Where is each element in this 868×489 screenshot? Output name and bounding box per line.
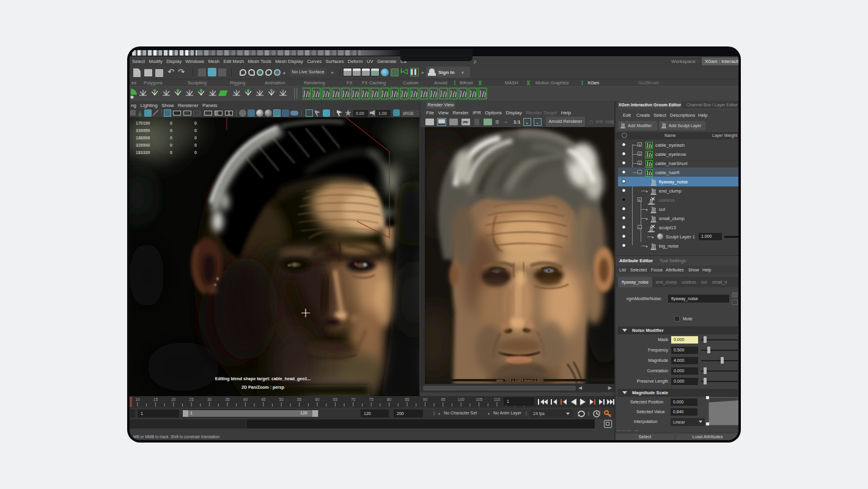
svg-text:Editing blend shape target: ca: Editing blend shape target: cable_head_g…: [215, 377, 311, 381]
svg-text:50: 50: [279, 397, 284, 402]
svg-text:15: 15: [153, 397, 158, 402]
svg-text:85: 85: [405, 397, 410, 402]
svg-text:40: 40: [243, 397, 248, 402]
svg-text:2D Pan/Zoom : persp: 2D Pan/Zoom : persp: [241, 385, 284, 390]
svg-text:25: 25: [189, 397, 194, 402]
svg-text:10: 10: [135, 397, 140, 402]
svg-text:75: 75: [369, 397, 374, 402]
svg-text:65: 65: [333, 397, 338, 402]
svg-text:95: 95: [441, 397, 446, 402]
svg-text:35: 35: [225, 397, 230, 402]
svg-text:30: 30: [207, 397, 212, 402]
svg-text:55: 55: [297, 397, 302, 402]
svg-text:90: 90: [423, 397, 428, 402]
svg-text:110: 110: [494, 397, 501, 402]
svg-text:60: 60: [315, 397, 320, 402]
svg-text:20: 20: [171, 397, 176, 402]
svg-text:70: 70: [351, 397, 356, 402]
svg-text:80: 80: [387, 397, 392, 402]
svg-text:100: 100: [458, 397, 465, 402]
svg-text:45: 45: [261, 397, 266, 402]
svg-text:105: 105: [476, 397, 482, 402]
